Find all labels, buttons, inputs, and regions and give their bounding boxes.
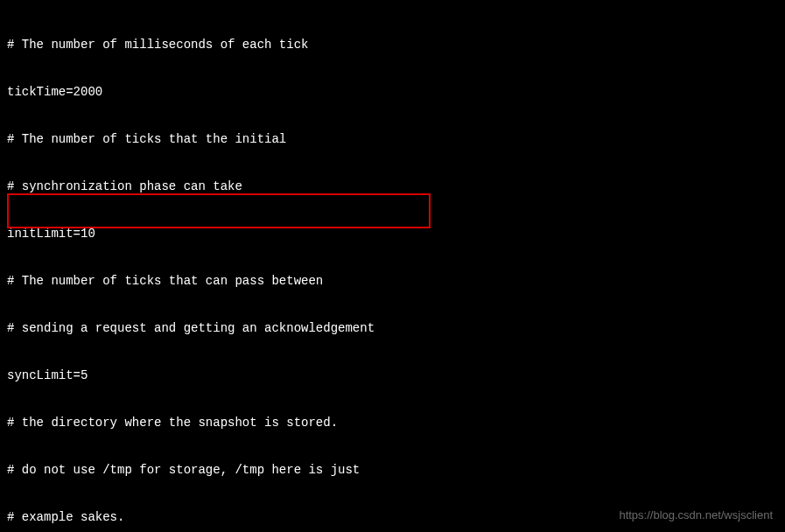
config-line: syncLimit=5 [7,368,778,383]
config-line: # The number of ticks that can pass betw… [7,273,778,289]
highlight-annotation-box [7,193,431,228]
config-line: # example sakes. [7,509,778,525]
config-line: # the directory where the snapshot is st… [7,415,778,430]
config-line: initLimit=10 [7,226,778,242]
config-line: # do not use /tmp for storage, /tmp here… [7,462,778,478]
terminal-editor[interactable]: # The number of milliseconds of each tic… [0,0,785,532]
config-line: # The number of milliseconds of each tic… [7,37,778,52]
config-line: # synchronization phase can take [7,178,778,194]
config-line: tickTime=2000 [7,84,778,100]
config-line: # sending a request and getting an ackno… [7,320,778,336]
config-line: # The number of ticks that the initial [7,131,778,147]
